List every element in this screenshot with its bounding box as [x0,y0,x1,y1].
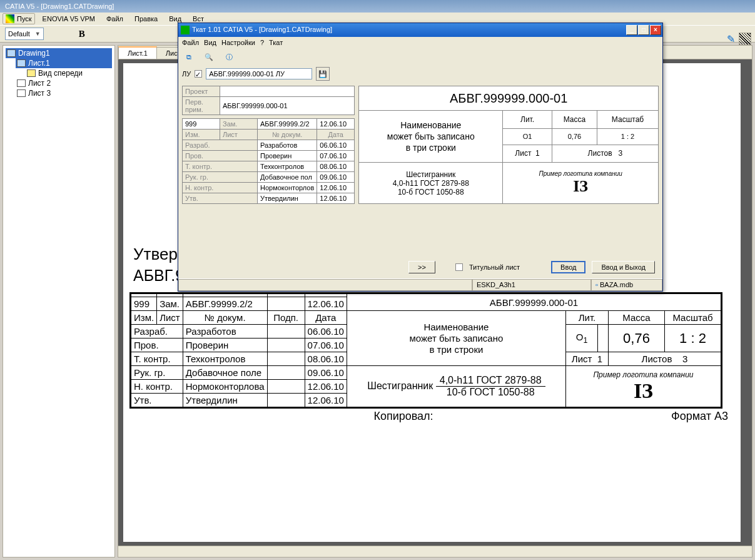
app-titlebar: CATIA V5 - [Drawing1.CATDrawing] [0,0,755,13]
app-icon [181,26,190,34]
info-icon[interactable]: ⓘ [222,50,236,64]
save-icon[interactable]: 💾 [316,67,330,81]
minimize-button[interactable]: _ [626,25,637,35]
highlight-icon[interactable]: ✎ [727,33,735,45]
dialog-menubar: Файл Вид Настройки ? Ткат [178,37,662,48]
lu-input[interactable] [206,68,312,79]
horizontal-scrollbar[interactable] [118,546,752,557]
hatch-icon[interactable] [739,33,751,45]
sheet-icon [17,59,26,67]
tree-sheet3[interactable]: Лист 3 [16,88,112,98]
title-page-label: Титульный лист [469,263,520,271]
start-button[interactable]: Пуск [3,13,35,24]
tree-panel: Drawing1 Лист.1 Вид спереди Лист 2 Лист … [3,45,115,557]
copy-icon[interactable]: ⧉ [182,50,196,64]
maximize-button[interactable]: □ [638,25,649,35]
tree-root[interactable]: Drawing1 [6,48,112,58]
enter-button[interactable]: Ввод [551,261,585,273]
menu-file[interactable]: Файл [103,14,127,24]
sheet-icon [17,79,26,87]
bold-icon[interactable]: B [79,29,85,39]
dialog-statusbar: ESKD_A3h1 ▫ BAZA.mdb [178,278,662,291]
tkat-dialog: Ткат 1.01 CATIA V5 - [Drawing1.CATDrawin… [178,23,663,292]
tb-name: Наименованиеможет быть записанов три стр… [347,311,565,366]
enter-exit-button[interactable]: Ввод и Выход [592,261,655,273]
start-icon [6,14,14,23]
app-title: CATIA V5 - [Drawing1.CATDrawing] [5,3,114,10]
lu-checkbox[interactable]: ✓ [195,70,202,78]
menu-enovia[interactable]: ENOVIA V5 VPM [39,14,99,24]
close-button[interactable]: × [650,25,661,35]
tab-sheet1[interactable]: Лист.1 [118,46,157,59]
status-db: ▫ BAZA.mdb [591,279,662,291]
view-icon [27,69,36,77]
paper-footer: Копировал:Формат А3 [129,409,734,424]
drawing-icon [7,49,16,57]
lu-label: ЛУ [182,70,191,78]
dialog-titlebar[interactable]: Ткат 1.01 CATIA V5 - [Drawing1.CATDrawin… [178,23,662,37]
menu-edit[interactable]: Правка [131,14,161,24]
dlg-menu-help[interactable]: ? [260,39,264,46]
dlg-menu-tkat[interactable]: Ткат [269,39,283,46]
dialog-body: Проект Перв. прим.АБВГ.999999.000-01 999… [178,82,662,208]
tree-front-view[interactable]: Вид спереди [26,68,112,78]
dlg-menu-settings[interactable]: Настройки [221,39,255,46]
dlg-menu-view[interactable]: Вид [204,39,216,46]
tree-sheet2[interactable]: Лист 2 [16,78,112,88]
expand-button[interactable]: >> [408,261,435,273]
sheet-icon [17,89,26,97]
title-page-checkbox[interactable] [455,263,463,271]
status-eskd: ESKD_A3h1 [472,279,591,291]
preset-combo[interactable]: Default▼ [5,28,44,40]
title-block: АБВГ.999999.000-01 999Зам.АБВГ.99999.2/2… [129,292,722,409]
tree-sheet1[interactable]: Лист.1 [16,58,112,68]
right-preview: АБВГ.999999.000-01 Наименованиеможет быт… [358,86,659,204]
dialog-toolbar: ⧉ 🔍 ⓘ [178,48,662,66]
left-grid: Проект Перв. прим.АБВГ.999999.000-01 999… [182,86,355,204]
tb-code: АБВГ.999999.000-01 [347,294,721,311]
dlg-menu-file[interactable]: Файл [182,39,199,46]
dialog-footer: >> Титульный лист Ввод Ввод и Выход [178,257,662,277]
tb-logo: Пример логотипа компанииIЗ [565,366,721,407]
refresh-icon[interactable]: 🔍 [202,50,216,64]
lu-row: ЛУ ✓ 💾 [178,66,662,82]
tb-material: Шестигранник 4,0-h11 ГОСТ 2879-8810-б ГО… [347,366,565,407]
chevron-down-icon: ▼ [35,31,41,37]
